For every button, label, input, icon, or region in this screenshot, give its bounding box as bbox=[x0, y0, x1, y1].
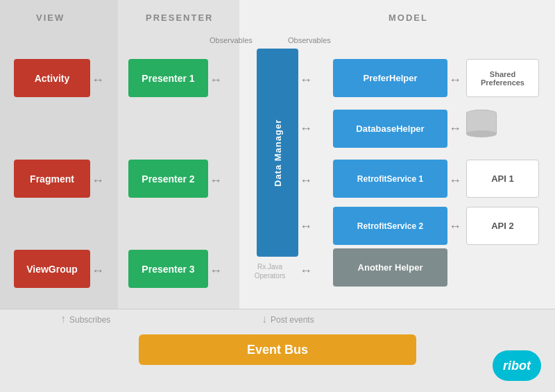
fragment-box: Fragment bbox=[14, 160, 90, 198]
arrow-fragment-presenter2: ↔ bbox=[92, 173, 104, 188]
data-manager-box: Data Manager bbox=[257, 49, 298, 257]
diagram: VIEW PRESENTER MODEL Observables Observa… bbox=[0, 0, 555, 309]
presenter2-box: Presenter 2 bbox=[128, 160, 208, 198]
ribot-logo: ribot bbox=[493, 350, 541, 381]
post-events-label: Post events bbox=[271, 315, 314, 325]
subscribes-label: Subscribes bbox=[69, 315, 110, 325]
database-cylinder bbox=[466, 110, 497, 137]
shared-prefs-box: Shared Preferences bbox=[466, 59, 539, 97]
arrow-dm-retrofit2: ↔ bbox=[300, 219, 312, 234]
presenter-label: PRESENTER bbox=[146, 12, 213, 23]
arrow-prefer-sharedprefs: ↔ bbox=[449, 73, 461, 87]
arrow-activity-presenter1: ↔ bbox=[92, 73, 104, 87]
api1-box: API 1 bbox=[466, 160, 539, 198]
prefer-helper-box: PreferHelper bbox=[333, 59, 447, 97]
database-helper-box: DatabaseHelper bbox=[333, 110, 447, 148]
retrofit1-box: RetrofitService 1 bbox=[333, 160, 447, 198]
cyl-bottom bbox=[466, 130, 497, 137]
arrow-dm-anotherhelper: ↔ bbox=[300, 264, 312, 278]
arrow-dm-dbhelper: ↔ bbox=[300, 121, 312, 136]
activity-box: Activity bbox=[14, 59, 90, 97]
another-helper-box: Another Helper bbox=[333, 248, 447, 287]
rxjava-label: Rx.JavaOperators bbox=[246, 262, 293, 280]
presenter1-box: Presenter 1 bbox=[128, 59, 208, 97]
subscribes-arrow: ↑ bbox=[60, 313, 66, 325]
model-label: MODEL bbox=[388, 12, 428, 23]
observables-right-label: Observables bbox=[288, 36, 331, 44]
post-events-arrow: ↓ bbox=[262, 313, 267, 325]
arrow-viewgroup-presenter3: ↔ bbox=[92, 264, 104, 278]
arrow-retrofit1-api1: ↔ bbox=[449, 173, 461, 188]
bottom-bar: ↑ Subscribes ↓ Post events Event Bus rib… bbox=[0, 309, 555, 392]
arrow-presenter1-dm: ↔ bbox=[210, 73, 222, 87]
api2-box: API 2 bbox=[466, 207, 539, 245]
arrow-presenter2-dm: ↔ bbox=[210, 173, 222, 188]
arrow-dm-retrofit1: ↔ bbox=[300, 173, 312, 188]
event-bus-button[interactable]: Event Bus bbox=[139, 334, 416, 365]
arrow-dbhelper-cylinder: ↔ bbox=[449, 121, 461, 136]
arrow-dm-prefer: ↔ bbox=[300, 73, 312, 87]
retrofit2-box: RetrofitService 2 bbox=[333, 207, 447, 245]
arrow-presenter3-dm: ↔ bbox=[210, 264, 222, 278]
observables-left-label: Observables bbox=[210, 36, 253, 44]
view-label: VIEW bbox=[36, 12, 65, 23]
viewgroup-box: ViewGroup bbox=[14, 250, 90, 288]
arrow-retrofit2-api2: ↔ bbox=[449, 219, 461, 234]
main-container: VIEW PRESENTER MODEL Observables Observa… bbox=[0, 0, 555, 392]
presenter3-box: Presenter 3 bbox=[128, 250, 208, 288]
